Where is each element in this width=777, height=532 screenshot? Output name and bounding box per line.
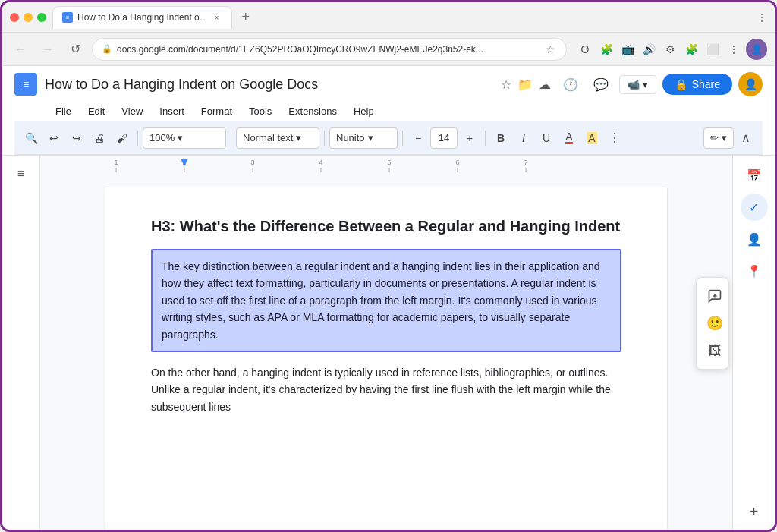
text-style-dropdown[interactable]: Normal text ▾ <box>236 127 319 149</box>
doc-title: How to Do a Hanging Indent on Google Doc… <box>45 77 493 93</box>
text-style-label: Normal text <box>243 132 293 143</box>
google-calendar-icon[interactable]: 📅 <box>741 162 768 189</box>
decrease-font-size[interactable]: − <box>407 127 429 149</box>
video-call-button[interactable]: 📹 ▾ <box>619 75 656 94</box>
extension-icon-3[interactable]: 🔊 <box>640 40 658 58</box>
edit-mode-chevron: ▾ <box>722 132 727 143</box>
format-toolbar: 🔍 ↩ ↪ 🖨 🖌 100% ▾ Normal text ▾ Nunito ▾ <box>14 121 763 155</box>
edit-mode-dropdown[interactable]: ✏ ▾ <box>703 127 734 149</box>
refresh-button[interactable]: ↺ <box>64 39 86 60</box>
svg-rect-0 <box>40 156 732 172</box>
body-paragraph: On the other hand, a hanging indent is t… <box>151 364 621 415</box>
tab-title: How to Do a Hanging Indent o... <box>77 12 207 23</box>
collapse-toolbar-button[interactable]: ∧ <box>735 127 757 149</box>
search-toolbar-btn[interactable]: 🔍 <box>20 127 42 149</box>
browser-menu-button[interactable]: ⋮ <box>757 11 767 24</box>
highlight-button[interactable]: A <box>581 127 602 149</box>
add-comment-icon[interactable] <box>703 284 727 308</box>
add-emoji-icon[interactable]: 🙂 <box>703 311 727 335</box>
chat-icon-btn[interactable]: 💬 <box>589 72 613 96</box>
text-color-button[interactable]: A <box>558 127 580 149</box>
svg-text:5: 5 <box>387 159 391 166</box>
bookmark-icon[interactable]: ☆ <box>544 42 557 57</box>
star-icon[interactable]: ☆ <box>501 77 511 92</box>
extension-icon-2[interactable]: 📺 <box>618 40 637 58</box>
extension-icon-4[interactable]: ⚙ <box>661 40 679 58</box>
menu-help[interactable]: Help <box>346 102 382 120</box>
doc-area: ≡ 1 2 3 4 <box>2 156 775 530</box>
user-avatar[interactable]: 👤 <box>738 72 763 96</box>
svg-text:1: 1 <box>114 159 118 166</box>
doc-content-wrapper: H3: What's the Difference Between a Regu… <box>40 172 732 530</box>
ruler-canvas: 1 2 3 4 5 6 7 <box>40 156 732 172</box>
menu-extensions[interactable]: Extensions <box>281 102 344 120</box>
add-panel-button[interactable]: + <box>742 499 766 524</box>
maximize-traffic-light[interactable] <box>37 13 46 22</box>
menu-edit[interactable]: Edit <box>80 102 112 120</box>
forward-button[interactable]: → <box>37 39 58 60</box>
document-page: H3: What's the Difference Between a Regu… <box>105 187 667 530</box>
tab-bar: ≡ How to Do a Hanging Indent o... × + <box>52 6 750 29</box>
history-icon-btn[interactable]: 🕐 <box>558 72 583 96</box>
svg-text:6: 6 <box>455 159 459 166</box>
tab-close-btn[interactable]: × <box>212 12 222 23</box>
extension-icon-5[interactable]: 🧩 <box>682 40 700 58</box>
lock-icon: 🔒 <box>102 44 112 54</box>
browser-window: ≡ How to Do a Hanging Indent o... × + ⋮ … <box>2 2 775 530</box>
new-tab-button[interactable]: + <box>235 7 256 28</box>
menu-insert[interactable]: Insert <box>152 102 192 120</box>
minimize-traffic-light[interactable] <box>24 13 33 22</box>
share-button[interactable]: 🔒 Share <box>662 74 732 95</box>
more-extensions-btn[interactable]: ⋮ <box>725 40 743 58</box>
browser-tab-active[interactable]: ≡ How to Do a Hanging Indent o... × <box>52 6 232 29</box>
google-maps-icon[interactable]: 📍 <box>741 257 768 285</box>
tab-favicon: ≡ <box>62 12 73 23</box>
selected-paragraph[interactable]: The key distinction between a regular in… <box>151 249 621 352</box>
italic-button[interactable]: I <box>513 127 534 149</box>
google-contacts-icon[interactable]: 👤 <box>741 225 768 253</box>
increase-font-size[interactable]: + <box>459 127 480 149</box>
close-traffic-light[interactable] <box>10 13 19 22</box>
outline-icon[interactable]: ≡ <box>9 162 33 186</box>
highlight-icon: A <box>587 132 596 144</box>
underline-button[interactable]: U <box>536 127 557 149</box>
print-button[interactable]: 🖨 <box>89 127 110 149</box>
zoom-dropdown[interactable]: 100% ▾ <box>143 127 226 149</box>
edit-mode-icon: ✏ <box>710 132 719 143</box>
paint-format-button[interactable]: 🖌 <box>112 127 133 149</box>
menu-file[interactable]: File <box>48 102 79 120</box>
ruler: 1 2 3 4 5 6 7 <box>40 156 732 172</box>
text-color-icon: A <box>565 131 572 144</box>
opera-icon[interactable]: O <box>576 40 594 58</box>
undo-button[interactable]: ↩ <box>43 127 64 149</box>
google-tasks-icon[interactable]: ✓ <box>741 194 768 221</box>
back-button[interactable]: ← <box>10 39 31 60</box>
svg-text:4: 4 <box>319 159 322 166</box>
browser-ext-icons: O 🧩 📺 🔊 ⚙ 🧩 ⬜ ⋮ 👤 <box>576 39 767 60</box>
folder-icon[interactable]: 📁 <box>517 77 533 92</box>
font-label: Nunito <box>336 132 365 143</box>
add-image-icon[interactable]: 🖼 <box>703 338 727 363</box>
cloud-icon: ☁ <box>539 77 551 92</box>
title-bar: ≡ How to Do a Hanging Indent o... × + ⋮ <box>2 2 775 33</box>
svg-text:7: 7 <box>524 159 527 166</box>
comment-popup: 🙂 🖼 <box>696 277 729 370</box>
font-size-input[interactable] <box>430 127 458 149</box>
tab-groups-icon[interactable]: ⬜ <box>703 40 722 58</box>
address-bar: ← → ↺ 🔒 docs.google.com/document/d/1EZ6Q… <box>2 33 775 66</box>
font-dropdown[interactable]: Nunito ▾ <box>329 127 398 149</box>
more-toolbar-options[interactable]: ⋮ <box>604 127 625 149</box>
redo-button[interactable]: ↪ <box>66 127 87 149</box>
bold-button[interactable]: B <box>490 127 511 149</box>
menu-format[interactable]: Format <box>193 102 240 120</box>
gdocs-title-row: ≡ How to Do a Hanging Indent on Google D… <box>14 72 763 96</box>
profile-button[interactable]: 👤 <box>746 39 767 60</box>
share-label: Share <box>692 78 720 90</box>
extension-icon-1[interactable]: 🧩 <box>597 40 615 58</box>
menu-view[interactable]: View <box>114 102 150 120</box>
right-panel: 📅 ✓ 👤 📍 🙂 🖼 + <box>732 156 775 530</box>
address-input[interactable]: 🔒 docs.google.com/document/d/1EZ6Q52PROa… <box>92 38 567 61</box>
address-text: docs.google.com/document/d/1EZ6Q52PROaOQ… <box>117 44 539 55</box>
menu-tools[interactable]: Tools <box>241 102 279 120</box>
style-chevron: ▾ <box>296 132 301 143</box>
